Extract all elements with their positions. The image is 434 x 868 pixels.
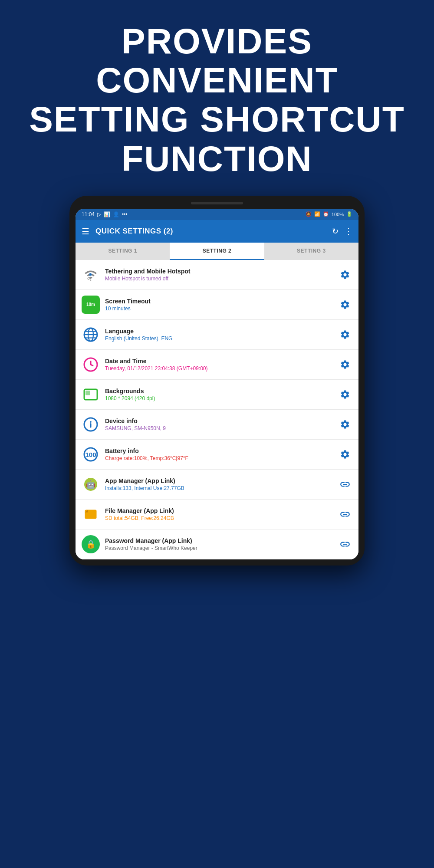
- setting-icon-device-info: [82, 415, 100, 434]
- setting-subtitle-device-info: SAMSUNG, SM-N950N, 9: [105, 425, 338, 431]
- setting-icon-language: [82, 326, 100, 344]
- more-button[interactable]: ⋮: [345, 227, 352, 236]
- setting-icon-screen-timeout: 10m: [82, 296, 100, 314]
- setting-content-app-manager: App Manager (App Link) Installs:133, Int…: [105, 477, 338, 491]
- status-time: 11:04: [82, 211, 95, 217]
- setting-subtitle-battery-info: Charge rate:100%, Temp:36°C|97°F: [105, 455, 338, 461]
- setting-action-language[interactable]: [338, 327, 352, 342]
- status-right: 🔕 📶 ⏰ 100% 🔋: [306, 211, 352, 217]
- status-bar: 11:04 ▷ 📊 👤 ••• 🔕 📶 ⏰ 100% 🔋: [76, 209, 358, 220]
- setting-action-tethering[interactable]: [338, 267, 352, 282]
- setting-item-battery-info[interactable]: 100 Battery info Charge rate:100%, Temp:…: [76, 440, 358, 470]
- setting-item-backgrounds[interactable]: Backgrounds 1080 * 2094 (420 dpi): [76, 380, 358, 410]
- setting-content-language: Language English (United States), ENG: [105, 328, 338, 342]
- setting-icon-battery-info: 100: [82, 445, 100, 464]
- setting-content-device-info: Device info SAMSUNG, SM-N950N, 9: [105, 418, 338, 431]
- phone-wrapper: 11:04 ▷ 📊 👤 ••• 🔕 📶 ⏰ 100% 🔋 ☰ QUICK SET: [0, 196, 434, 566]
- setting-content-backgrounds: Backgrounds 1080 * 2094 (420 dpi): [105, 388, 338, 401]
- status-play-icon: ▷: [97, 211, 101, 217]
- phone-frame: 11:04 ▷ 📊 👤 ••• 🔕 📶 ⏰ 100% 🔋 ☰ QUICK SET: [69, 196, 365, 566]
- tab-setting3[interactable]: SETTING 3: [264, 243, 358, 260]
- setting-subtitle-language: English (United States), ENG: [105, 335, 338, 342]
- setting-title-language: Language: [105, 328, 338, 335]
- setting-subtitle-file-manager: SD total:54GB, Free:26.24GB: [105, 515, 338, 521]
- menu-button[interactable]: ☰: [82, 226, 89, 237]
- setting-title-date-time: Date and Time: [105, 358, 338, 365]
- hero-title: PROVIDES CONVENIENT SETTING SHORTCUT FUN…: [26, 22, 408, 178]
- tab-setting1[interactable]: SETTING 1: [76, 243, 170, 260]
- setting-icon-tethering: ⚙: [82, 266, 100, 284]
- app-bar-actions: ↻ ⋮: [332, 227, 352, 236]
- hero-section: PROVIDES CONVENIENT SETTING SHORTCUT FUN…: [0, 0, 434, 196]
- svg-text:⚙: ⚙: [89, 272, 92, 276]
- setting-content-password-manager: Password Manager (App Link) Password Man…: [105, 537, 338, 551]
- setting-item-tethering[interactable]: ⚙ Tethering and Mobile Hotspot Mobile Ho…: [76, 260, 358, 290]
- status-person-icon: 👤: [113, 211, 119, 217]
- setting-action-backgrounds[interactable]: [338, 387, 352, 402]
- status-battery-icon: 🔋: [346, 211, 352, 217]
- tabs-container: SETTING 1 SETTING 2 SETTING 3: [76, 243, 358, 260]
- setting-subtitle-password-manager: Password Manager - SmartWho Keeper: [105, 545, 338, 551]
- setting-action-password-manager[interactable]: [338, 537, 352, 552]
- setting-action-screen-timeout[interactable]: [338, 297, 352, 312]
- phone-screen: 11:04 ▷ 📊 👤 ••• 🔕 📶 ⏰ 100% 🔋 ☰ QUICK SET: [76, 209, 358, 559]
- setting-content-date-time: Date and Time Tuesday, 01/12/2021 23:04:…: [105, 358, 338, 372]
- svg-rect-10: [85, 391, 90, 395]
- app-bar: ☰ QUICK SETTINGS (2) ↻ ⋮: [76, 220, 358, 243]
- setting-action-battery-info[interactable]: [338, 447, 352, 462]
- setting-subtitle-app-manager: Installs:133, Internal Use:27.77GB: [105, 485, 338, 491]
- refresh-button[interactable]: ↻: [332, 227, 339, 236]
- setting-title-battery-info: Battery info: [105, 447, 338, 454]
- setting-item-app-manager[interactable]: 🤖 App Manager (App Link) Installs:133, I…: [76, 470, 358, 500]
- setting-icon-file-manager: [82, 505, 100, 523]
- setting-icon-backgrounds: [82, 385, 100, 404]
- setting-title-password-manager: Password Manager (App Link): [105, 537, 338, 544]
- phone-notch: [191, 202, 243, 204]
- setting-item-language[interactable]: Language English (United States), ENG: [76, 320, 358, 350]
- tab-setting2[interactable]: SETTING 2: [170, 243, 264, 260]
- setting-item-date-time[interactable]: Date and Time Tuesday, 01/12/2021 23:04:…: [76, 350, 358, 380]
- setting-title-screen-timeout: Screen Timeout: [105, 298, 338, 305]
- setting-content-battery-info: Battery info Charge rate:100%, Temp:36°C…: [105, 447, 338, 461]
- setting-subtitle-screen-timeout: 10 minutes: [105, 306, 338, 312]
- status-wifi-icon: 📶: [314, 211, 320, 217]
- setting-title-backgrounds: Backgrounds: [105, 388, 338, 395]
- setting-content-tethering: Tethering and Mobile Hotspot Mobile Hots…: [105, 268, 338, 282]
- status-alarm-icon: ⏰: [323, 211, 329, 217]
- setting-title-tethering: Tethering and Mobile Hotspot: [105, 268, 338, 275]
- svg-point-0: [90, 279, 92, 281]
- setting-subtitle-backgrounds: 1080 * 2094 (420 dpi): [105, 395, 338, 401]
- svg-text:100: 100: [85, 451, 96, 458]
- setting-icon-app-manager: 🤖: [82, 475, 100, 493]
- setting-subtitle-date-time: Tuesday, 01/12/2021 23:04:38 (GMT+09:00): [105, 365, 338, 372]
- status-chart-icon: 📊: [104, 211, 110, 217]
- status-left: 11:04 ▷ 📊 👤 •••: [82, 211, 128, 217]
- setting-title-device-info: Device info: [105, 418, 338, 424]
- svg-point-1: [88, 278, 89, 279]
- svg-text:🤖: 🤖: [86, 480, 96, 489]
- setting-action-date-time[interactable]: [338, 357, 352, 372]
- settings-list: ⚙ Tethering and Mobile Hotspot Mobile Ho…: [76, 260, 358, 559]
- setting-item-screen-timeout[interactable]: 10m Screen Timeout 10 minutes: [76, 290, 358, 320]
- setting-action-file-manager[interactable]: [338, 507, 352, 522]
- setting-title-file-manager: File Manager (App Link): [105, 507, 338, 514]
- setting-icon-date-time: [82, 355, 100, 374]
- setting-item-file-manager[interactable]: File Manager (App Link) SD total:54GB, F…: [76, 500, 358, 529]
- status-mute-icon: 🔕: [306, 211, 312, 217]
- setting-action-device-info[interactable]: [338, 417, 352, 432]
- setting-action-app-manager[interactable]: [338, 477, 352, 492]
- setting-content-screen-timeout: Screen Timeout 10 minutes: [105, 298, 338, 312]
- app-bar-title: QUICK SETTINGS (2): [95, 227, 332, 236]
- status-dots: •••: [122, 211, 128, 217]
- status-battery-text: 100%: [332, 212, 344, 217]
- setting-content-file-manager: File Manager (App Link) SD total:54GB, F…: [105, 507, 338, 521]
- setting-subtitle-tethering: Mobile Hotspot is turned off.: [105, 276, 338, 282]
- setting-item-password-manager[interactable]: 🔒 Password Manager (App Link) Password M…: [76, 529, 358, 559]
- setting-icon-password-manager: 🔒: [82, 535, 100, 553]
- setting-title-app-manager: App Manager (App Link): [105, 477, 338, 484]
- setting-item-device-info[interactable]: Device info SAMSUNG, SM-N950N, 9: [76, 410, 358, 440]
